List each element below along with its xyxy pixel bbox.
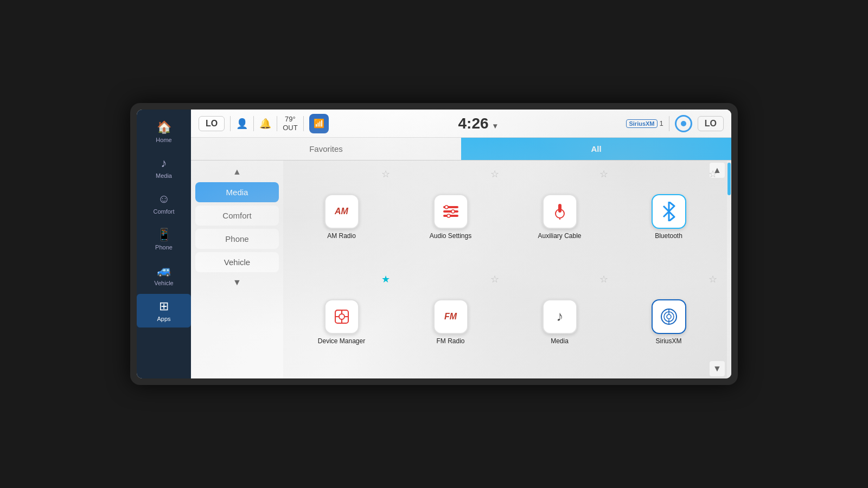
star-bluetooth[interactable]: ☆ — [709, 168, 717, 180]
app-item-bluetooth[interactable]: ☆ Bluetooth — [616, 166, 722, 268]
category-item-phone[interactable]: Phone — [195, 229, 279, 249]
siriusxm-icon — [652, 299, 686, 334]
profile-icon[interactable]: 👤 — [236, 118, 248, 130]
temp-value: 79° — [283, 115, 297, 124]
svg-text:♪: ♪ — [556, 308, 563, 324]
comfort-icon: ☺ — [158, 192, 170, 206]
vehicle-icon: 🚙 — [157, 264, 171, 278]
category-item-media[interactable]: Media — [195, 182, 279, 202]
divider-4 — [303, 116, 304, 131]
star-media[interactable]: ☆ — [599, 273, 608, 285]
sidebar-item-phone[interactable]: 📱 Phone — [137, 222, 191, 256]
apps-scroll-down[interactable]: ▼ — [710, 361, 725, 376]
clock-time: 4:26 — [458, 115, 489, 132]
fm-radio-label: FM Radio — [436, 337, 464, 345]
sidebar-item-home[interactable]: 🏠 Home — [137, 115, 191, 149]
sidebar-item-vehicle[interactable]: 🚙 Vehicle — [137, 258, 191, 292]
temperature-display: 79° OUT — [283, 115, 297, 132]
sidebar-item-label-phone: Phone — [155, 244, 173, 251]
auxiliary-cable-icon — [542, 194, 577, 229]
app-item-auxiliary-cable[interactable]: ☆ Auxiliary Cable — [507, 166, 612, 268]
am-radio-label: AM Radio — [327, 232, 356, 240]
fm-radio-icon: FM — [433, 299, 468, 334]
svg-point-10 — [339, 314, 344, 319]
tabs-row: Favorites All — [191, 138, 731, 160]
tab-all[interactable]: All — [461, 138, 731, 160]
star-auxiliary-cable[interactable]: ☆ — [599, 168, 608, 180]
scrollbar-thumb — [727, 163, 731, 195]
clock-arrow-icon: ▾ — [493, 121, 497, 130]
category-scroll-down[interactable]: ▼ — [195, 275, 279, 290]
device-manager-icon — [324, 299, 359, 334]
sidebar: 🏠 Home ♪ Media ☺ Comfort 📱 Phone 🚙 Vehic… — [137, 110, 191, 378]
app-item-am-radio[interactable]: ☆ AM AM Radio — [289, 166, 394, 268]
app-item-media[interactable]: ☆ ♪ Media — [507, 271, 612, 373]
svg-rect-6 — [558, 204, 561, 213]
svg-point-4 — [451, 210, 455, 213]
sidebar-item-label-apps: Apps — [157, 316, 170, 322]
audio-settings-label: Audio Settings — [430, 232, 471, 240]
divider-2 — [253, 116, 254, 131]
phone-icon: 📱 — [157, 228, 171, 242]
sirius-badge[interactable]: SiriusXM 1 — [626, 119, 663, 128]
content-area: ▲ Media Comfort Phone Vehicle ▼ — [191, 160, 731, 378]
media-label: Media — [551, 337, 569, 345]
am-radio-icon: AM — [324, 194, 359, 229]
main-content: LO 👤 🔔 79° OUT 📶 4:26 ▾ — [191, 110, 731, 378]
status-circle-icon[interactable] — [675, 115, 692, 132]
divider-5 — [669, 116, 669, 131]
bluetooth-label: Bluetooth — [655, 232, 682, 240]
sidebar-item-apps[interactable]: ⊞ Apps — [137, 294, 191, 328]
home-icon: 🏠 — [157, 120, 171, 134]
app-item-audio-settings[interactable]: ☆ Audio Settings — [398, 166, 503, 268]
category-list: ▲ Media Comfort Phone Vehicle ▼ — [191, 160, 283, 378]
media-app-icon: ♪ — [542, 299, 577, 334]
category-item-comfort[interactable]: Comfort — [195, 206, 279, 226]
star-device-manager[interactable]: ★ — [381, 273, 390, 285]
apps-grid: ▲ ☆ AM AM Radio ☆ — [283, 160, 727, 378]
screen-bezel: 🏠 Home ♪ Media ☺ Comfort 📱 Phone 🚙 Vehic… — [130, 103, 738, 385]
screen: 🏠 Home ♪ Media ☺ Comfort 📱 Phone 🚙 Vehic… — [137, 110, 731, 378]
divider-3 — [277, 116, 277, 131]
svg-rect-1 — [443, 210, 458, 213]
siriusxm-label: SiriusXM — [655, 337, 681, 345]
sidebar-item-label-vehicle: Vehicle — [154, 280, 173, 286]
sidebar-item-label-home: Home — [156, 137, 171, 143]
media-icon: ♪ — [161, 156, 167, 170]
lo-badge-right[interactable]: LO — [698, 116, 724, 131]
svg-point-18 — [667, 314, 671, 319]
svg-rect-2 — [443, 215, 458, 217]
category-scroll-up[interactable]: ▲ — [195, 165, 279, 179]
audio-settings-icon — [433, 194, 468, 229]
device-manager-label: Device Manager — [318, 337, 365, 345]
apps-icon: ⊞ — [159, 299, 169, 313]
star-fm-radio[interactable]: ☆ — [490, 273, 499, 285]
svg-point-5 — [447, 214, 450, 217]
star-siriusxm[interactable]: ☆ — [709, 273, 717, 285]
app-item-fm-radio[interactable]: ☆ FM FM Radio — [398, 271, 503, 373]
clock-display: 4:26 ▾ — [334, 115, 621, 132]
sidebar-item-comfort[interactable]: ☺ Comfort — [137, 187, 191, 220]
divider-1 — [230, 116, 231, 131]
sirius-logo: SiriusXM — [626, 119, 657, 128]
star-am-radio[interactable]: ☆ — [381, 168, 390, 180]
top-bar: LO 👤 🔔 79° OUT 📶 4:26 ▾ — [191, 110, 731, 138]
app-item-device-manager[interactable]: ★ Device Manager — [289, 271, 394, 373]
bluetooth-icon — [652, 194, 686, 229]
sidebar-item-label-media: Media — [156, 172, 172, 179]
lo-badge-left[interactable]: LO — [199, 116, 225, 131]
sirius-channel: 1 — [660, 119, 663, 127]
star-audio-settings[interactable]: ☆ — [490, 168, 499, 180]
app-item-siriusxm[interactable]: ☆ SiriusXM — [616, 271, 722, 373]
sidebar-item-media[interactable]: ♪ Media — [137, 151, 191, 184]
wifi-icon[interactable]: 📶 — [309, 114, 329, 133]
scrollbar[interactable] — [727, 160, 731, 378]
tab-favorites[interactable]: Favorites — [191, 138, 461, 160]
temp-label: OUT — [283, 124, 297, 132]
sidebar-item-label-comfort: Comfort — [153, 208, 174, 215]
category-item-vehicle[interactable]: Vehicle — [195, 252, 279, 272]
svg-point-3 — [445, 206, 448, 209]
bell-icon[interactable]: 🔔 — [259, 118, 271, 130]
auxiliary-cable-label: Auxiliary Cable — [538, 232, 581, 240]
